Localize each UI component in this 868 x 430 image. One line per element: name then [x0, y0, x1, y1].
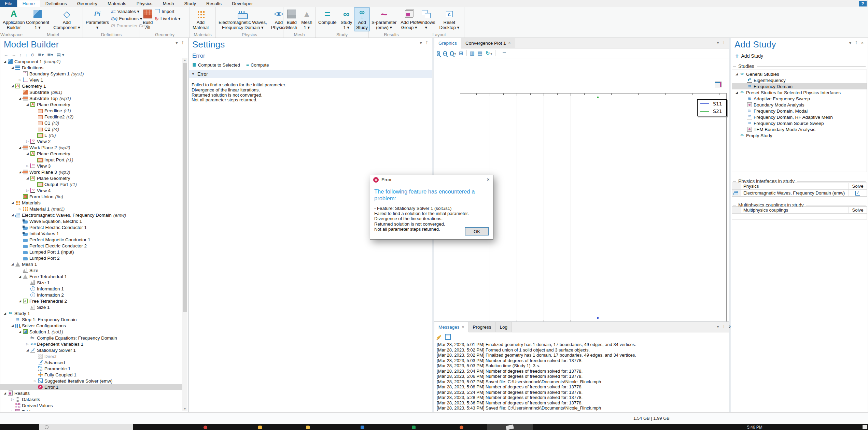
- model-tree-item[interactable]: Parametric 1: [0, 366, 182, 372]
- menu-tab-definitions[interactable]: Definitions: [40, 0, 72, 7]
- taskbar-show-desktop[interactable]: [863, 425, 867, 429]
- solve-checkbox[interactable]: [855, 191, 860, 196]
- model-tree-item[interactable]: Input Port(r1): [0, 157, 182, 163]
- tab-close-icon[interactable]: ×: [508, 41, 511, 45]
- panel-menu-icons[interactable]: ▾ ⊺: [717, 324, 726, 329]
- add-study-button[interactable]: ∞↓AddStudy: [354, 7, 370, 31]
- closed-arrow-icon[interactable]: ▷: [10, 398, 15, 401]
- study-tree-item[interactable]: TEM Boundary Mode Analysis: [732, 126, 867, 132]
- open-arrow-icon[interactable]: ◢: [25, 103, 30, 106]
- physics-row[interactable]: Electromagnetic Waves, Frequency Domain …: [732, 190, 867, 196]
- closed-arrow-icon[interactable]: ▷: [25, 164, 30, 168]
- model-tree-item[interactable]: ▷View 3: [0, 163, 182, 169]
- model-tree-item[interactable]: Perfect Electric Conductor 2: [0, 243, 182, 249]
- model-tree-item[interactable]: Perfect Magnetic Conductor 1: [0, 236, 182, 243]
- open-arrow-icon[interactable]: ◢: [17, 97, 23, 100]
- model-tree-item[interactable]: ◢Study 1: [0, 310, 182, 316]
- windows-button[interactable]: Windows▾: [415, 7, 437, 31]
- open-arrow-icon[interactable]: ◢: [10, 324, 15, 327]
- model-tree-item[interactable]: Direct: [0, 353, 182, 359]
- study-tree-item[interactable]: Frequency Domain, Modal: [732, 108, 867, 114]
- panel-menu-icons[interactable]: ▾ ⊺: [420, 41, 429, 45]
- zoom-in-icon[interactable]: +: [437, 51, 440, 56]
- model-tree-item[interactable]: ◢Component 1(comp1): [0, 58, 182, 64]
- taskbar-app-icon[interactable]: [361, 426, 364, 429]
- model-tree-item[interactable]: ▷View 1: [0, 77, 182, 83]
- add-study-action[interactable]: +Add Study: [731, 50, 868, 59]
- model-tree-item[interactable]: Derived Values: [0, 402, 182, 408]
- model-tree-item[interactable]: ◢Electromagnetic Waves, Frequency Domain…: [0, 212, 182, 218]
- open-arrow-icon[interactable]: ◢: [734, 72, 739, 76]
- closed-arrow-icon[interactable]: ▷: [10, 410, 15, 411]
- model-tree-item[interactable]: ◢Plane Geometry: [0, 101, 182, 108]
- model-tree-item[interactable]: Form Union(fin): [0, 194, 182, 200]
- forward-arrow-icon[interactable]: →: [12, 52, 16, 57]
- closed-arrow-icon[interactable]: ▷: [25, 189, 30, 192]
- menu-tab-results[interactable]: Results: [201, 0, 227, 7]
- open-arrow-icon[interactable]: ◢: [2, 312, 8, 315]
- graphics-tab-convergence-plot-1[interactable]: Convergence Plot 1×: [461, 38, 515, 48]
- report-icon[interactable]: [445, 334, 451, 340]
- menu-tab-mesh[interactable]: Mesh: [157, 0, 179, 7]
- model-tree-item[interactable]: ◢Plane Geometry: [0, 175, 182, 181]
- zoom-out-icon[interactable]: −: [443, 51, 447, 56]
- model-tree-item[interactable]: Information 1: [0, 286, 182, 292]
- graphics-tab-graphics[interactable]: Graphics: [434, 38, 461, 48]
- taskbar-excel-icon[interactable]: [412, 426, 416, 429]
- compute-button[interactable]: =Compute: [316, 7, 339, 31]
- model-tree-item[interactable]: ◢Work Plane 3(wp3): [0, 169, 182, 175]
- taskbar-app-icon[interactable]: [204, 426, 207, 429]
- model-tree-item[interactable]: ◢Solver Configurations: [0, 322, 182, 329]
- model-tree-item[interactable]: ▷Dependent Variables 1: [0, 341, 182, 347]
- panel-menu-icons[interactable]: ▾ ⊺: [176, 41, 185, 45]
- livelink-button[interactable]: ↻LiveLink ▾: [155, 16, 180, 22]
- model-tree-item[interactable]: Size 1: [0, 304, 182, 310]
- model-tree-item[interactable]: C2(r4): [0, 126, 182, 132]
- menu-tab-study[interactable]: Study: [179, 0, 201, 7]
- plot-refresh-icon[interactable]: ↻▾: [486, 51, 492, 56]
- model-tree-item[interactable]: ▷View 2: [0, 138, 182, 144]
- open-arrow-icon[interactable]: ◢: [734, 91, 739, 94]
- open-arrow-icon[interactable]: ◢: [17, 170, 23, 174]
- model-tree-item[interactable]: ◢Definitions: [0, 64, 182, 71]
- open-arrow-icon[interactable]: ◢: [10, 262, 15, 266]
- closed-arrow-icon[interactable]: ▷: [25, 342, 30, 346]
- down-arrow-icon[interactable]: ↓: [25, 52, 28, 57]
- open-arrow-icon[interactable]: ◢: [10, 66, 15, 69]
- model-tree-item[interactable]: ◢Work Plane 2(wp2): [0, 144, 182, 150]
- open-arrow-icon[interactable]: ◢: [2, 60, 8, 63]
- taskbar-folder-icon[interactable]: [306, 426, 310, 429]
- study-1-button[interactable]: ∞Study1 ▾: [339, 7, 354, 31]
- open-arrow-icon[interactable]: ◢: [17, 146, 23, 149]
- model-tree-item[interactable]: Initial Values 1: [0, 230, 182, 236]
- add-component-button[interactable]: ◇AddComponent ▾: [51, 7, 82, 31]
- up-arrow-icon[interactable]: ↑: [19, 52, 22, 57]
- model-tree-item[interactable]: ◢Results: [0, 390, 182, 396]
- taskbar-search-box[interactable]: [39, 424, 133, 430]
- model-tree-item[interactable]: Information 2: [0, 292, 182, 298]
- model-tree-item[interactable]: ◢Solution 1(sol1): [0, 329, 182, 335]
- component-button[interactable]: Component1 ▾: [24, 7, 51, 31]
- dialog-close-icon[interactable]: ×: [487, 176, 490, 182]
- open-arrow-icon[interactable]: ◢: [17, 299, 23, 303]
- model-tree-node-text-icon[interactable]: ▤ ▾: [57, 52, 64, 57]
- model-tree-item[interactable]: Lumped Port 2: [0, 255, 182, 261]
- error-section-header[interactable]: ▼Error: [189, 70, 432, 78]
- model-tree-item[interactable]: Step 1: Frequency Domain: [0, 316, 182, 322]
- y-axis-data-icon[interactable]: ▥: [470, 51, 475, 56]
- model-tree-item[interactable]: Feedline2(r2): [0, 114, 182, 120]
- model-tree-item[interactable]: Substrate(blk1): [0, 89, 182, 95]
- study-tree-item[interactable]: ◢General Studies: [732, 71, 867, 77]
- menu-tab-developer[interactable]: Developer: [227, 0, 258, 7]
- model-tree-item[interactable]: Boundary System 1(sys1): [0, 71, 182, 77]
- model-tree-item[interactable]: Compile Equations: Frequency Domain: [0, 335, 182, 341]
- model-tree-item[interactable]: ◢Materials: [0, 200, 182, 206]
- emw-button[interactable]: Electromagnetic Waves,Frequency Domain ▾: [216, 7, 269, 31]
- panel-menu-icons[interactable]: ▾ ⊺ ×: [849, 41, 865, 45]
- scrollbar-thumb[interactable]: [183, 63, 187, 312]
- study-tree-item[interactable]: Empty Study: [732, 132, 867, 139]
- tab-close-icon[interactable]: ×: [462, 325, 464, 330]
- build-mesh-button[interactable]: BuildMesh: [284, 7, 299, 31]
- model-tree-item[interactable]: ◢Free Tetrahedral 1: [0, 273, 182, 280]
- add-material-button[interactable]: AddMaterial: [191, 7, 211, 31]
